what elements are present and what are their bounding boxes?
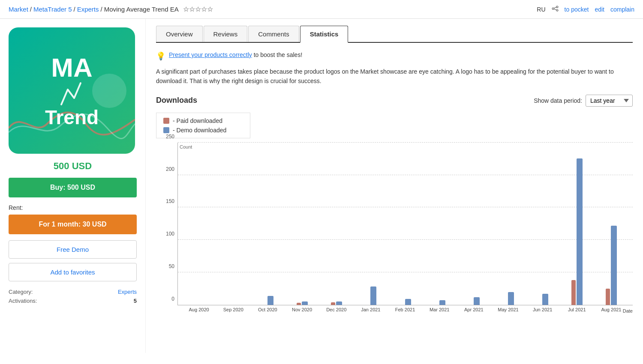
edit-link[interactable]: edit [595,6,604,13]
complain-link[interactable]: complain [610,6,634,13]
downloads-title: Downloads [156,96,197,105]
x-label-0: Aug 2020 [182,307,216,312]
y-label-250: 250 [166,134,174,140]
y-labels: 250 200 150 100 50 0 [156,143,176,305]
y-label-50: 50 [169,263,174,269]
activations-label: Activations: [9,298,37,304]
breadcrumb-experts[interactable]: Experts [77,6,99,13]
month-group-8 [457,297,491,305]
y-label-200: 200 [166,166,174,172]
x-label-7: Mar 2021 [422,307,457,312]
x-label-10: Jun 2021 [526,307,560,312]
x-label-5: Jan 2021 [354,307,388,312]
bars-group [178,143,633,305]
tab-reviews[interactable]: Reviews [204,26,248,42]
x-label-8: Apr 2021 [457,307,491,312]
add-favorites-button[interactable]: Add to favorites [9,263,137,281]
notice-link[interactable]: Present your products correctly [169,51,252,58]
month-group-2 [251,296,285,305]
svg-point-0 [556,6,558,8]
language-switcher[interactable]: RU [537,6,545,13]
x-label-2: Oct 2020 [250,307,285,312]
x-label-11: Jul 2021 [560,307,594,312]
chart-area: Count 250 200 150 100 50 0 [177,143,633,305]
month-group-4 [319,301,354,305]
legend-demo-label: - Demo downloaded [173,127,226,134]
period-select[interactable]: Last year Last month Last week All time [586,95,633,107]
x-labels: Aug 2020Sep 2020Oct 2020Nov 2020Dec 2020… [177,305,633,312]
month-group-6 [388,299,422,305]
category-value[interactable]: Experts [118,289,137,295]
product-logo: MA Trend [9,27,135,154]
month-group-3 [285,301,319,305]
content-area: Overview Reviews Comments Statistics 💡 P… [146,19,643,353]
lightbulb-icon: 💡 [156,51,165,61]
logo-text-trend: Trend [45,107,99,127]
bar-paid-4 [331,302,335,305]
tab-bar: Overview Reviews Comments Statistics [156,26,633,43]
logo-text-ma: MA [45,54,99,81]
bar-paid-11 [571,280,576,305]
breadcrumb: Market / MetaTrader 5 / Experts / Moving… [0,0,643,19]
x-label-6: Feb 2021 [388,307,422,312]
star-rating: ☆☆☆☆☆ [183,5,213,13]
month-group-5 [354,286,388,305]
bar-paid-3 [297,303,301,305]
period-selector: Show data period: Last year Last month L… [534,95,633,107]
svg-line-4 [554,9,556,10]
free-demo-button[interactable]: Free Demo [9,240,137,259]
buy-button[interactable]: Buy: 500 USD [9,178,137,197]
bar-demo-3 [302,301,308,305]
to-pocket-link[interactable]: to pocket [565,6,589,13]
x-label-3: Nov 2020 [285,307,319,312]
y-label-0: 0 [171,296,174,302]
meta-activations-row: Activations: 5 [9,296,137,305]
month-group-10 [526,294,560,305]
bar-demo-6 [405,299,411,305]
tab-overview[interactable]: Overview [156,26,203,42]
legend-paid-label: - Paid downloaded [173,117,222,124]
notice-text: Present your products correctly to boost… [169,51,302,58]
rent-label: Rent: [9,204,137,211]
month-group-12 [594,226,628,305]
sidebar: MA Trend 500 USD Buy: 500 USD Rent: For … [0,19,146,353]
meta-info: Category: Experts Activations: 5 [9,287,137,305]
notice-bar: 💡 Present your products correctly to boo… [156,51,633,61]
notice-suffix: to boost the sales! [254,51,303,58]
share-icon[interactable] [552,6,559,13]
price-display: 500 USD [9,161,137,172]
y-label-150: 150 [166,198,174,204]
x-label-9: May 2021 [491,307,525,312]
svg-point-1 [556,9,558,11]
bar-demo-5 [370,286,376,305]
category-label: Category: [9,289,33,295]
legend-paid: - Paid downloaded [163,117,243,124]
downloads-header: Downloads Show data period: Last year La… [156,95,633,107]
breadcrumb-product: Moving Average Trend EA [104,6,179,13]
x-label-1: Sep 2020 [216,307,250,312]
svg-line-3 [554,7,556,8]
month-group-9 [491,292,526,305]
x-label-4: Dec 2020 [319,307,354,312]
activations-value: 5 [134,298,137,304]
breadcrumb-market[interactable]: Market [9,6,28,13]
legend-paid-box [163,118,169,124]
tab-statistics[interactable]: Statistics [300,26,349,43]
legend-demo-box [163,127,169,133]
meta-category-row: Category: Experts [9,287,137,296]
bar-demo-4 [336,301,342,305]
bar-demo-11 [577,158,583,305]
rent-button[interactable]: For 1 month: 30 USD [9,215,137,234]
downloads-chart: Count 250 200 150 100 50 0 [156,143,633,322]
legend-demo: - Demo downloaded [163,127,243,134]
bar-demo-10 [542,294,548,305]
month-group-7 [423,300,457,305]
breadcrumb-metatrader[interactable]: MetaTrader 5 [33,6,72,13]
bar-paid-12 [606,289,610,305]
tab-comments[interactable]: Comments [248,26,299,42]
bar-demo-7 [439,300,445,305]
description-text: A significant part of purchases takes pl… [156,67,633,86]
period-label: Show data period: [534,97,582,104]
bar-demo-2 [267,296,273,305]
breadcrumb-actions: RU to pocket edit complain [537,6,634,13]
